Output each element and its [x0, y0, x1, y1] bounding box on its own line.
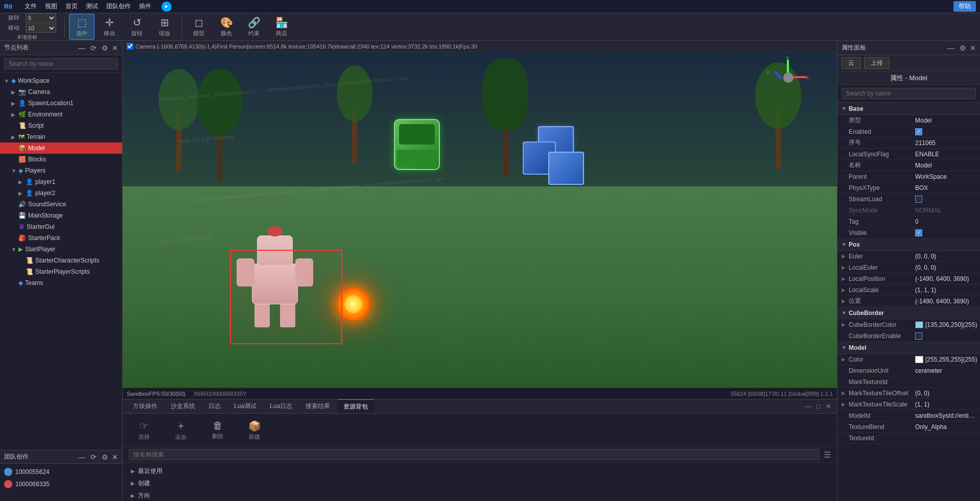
tree-item-camera[interactable]: ▶ 📷 Camera — [0, 86, 122, 98]
tree-item-teams[interactable]: ◆ Teams — [0, 277, 122, 289]
tool-constrain[interactable]: 🔗 约束 — [241, 14, 267, 39]
top-right-help[interactable]: 帮助 — [953, 1, 976, 12]
spawn-expand[interactable]: ▶ — [11, 101, 18, 106]
camera-expand[interactable]: ▶ — [11, 89, 18, 95]
prop-visible-checkbox[interactable] — [915, 229, 922, 236]
tree-item-gui[interactable]: 🖥 StarterGui — [0, 221, 122, 232]
node-panel-minimize[interactable]: — — [77, 44, 87, 52]
team-member-2[interactable]: 1000068335 — [4, 478, 118, 490]
prop-cbc-expand[interactable]: ▶ — [842, 322, 849, 327]
prop-localeuler-expand[interactable]: ▶ — [842, 265, 849, 270]
tree-item-player1[interactable]: ▶ 👤 player1 — [0, 176, 122, 187]
tree-item-script[interactable]: 📜 Script — [0, 120, 122, 131]
tree-item-startplayer[interactable]: ▼ ▶ StartPlayer — [0, 244, 122, 255]
right-panel-minimize[interactable]: — — [946, 44, 956, 52]
tool-model[interactable]: ◻ 模型 — [186, 14, 212, 39]
tool-color[interactable]: 🎨 颜色 — [214, 14, 239, 39]
prop-position-expand[interactable]: ▶ — [842, 298, 849, 304]
rotate-select[interactable]: 5101545 — [26, 13, 56, 22]
tree-item-player2[interactable]: ▶ 👤 player2 — [0, 187, 122, 199]
prop-enabled-checkbox[interactable] — [915, 128, 922, 135]
asset-cat-recent[interactable]: ▶ 最近使用 — [127, 465, 833, 477]
play-button[interactable] — [161, 2, 172, 12]
section-base-header[interactable]: ▼ Base — [837, 103, 980, 115]
upload-button[interactable]: 上传 — [864, 57, 890, 69]
asset-search-input[interactable] — [129, 449, 820, 460]
team-panel-settings[interactable]: ⚙ — [100, 453, 110, 461]
tree-item-terrain[interactable]: ▶ 🗺 Terrain — [0, 131, 122, 142]
prop-mts-expand[interactable]: ▶ — [842, 401, 849, 407]
prop-mto-expand[interactable]: ▶ — [842, 390, 849, 396]
menu-view[interactable]: 视图 — [45, 2, 57, 11]
right-search-input[interactable] — [842, 88, 976, 99]
player1-expand[interactable]: ▶ — [18, 179, 26, 185]
prop-localpos-expand[interactable]: ▶ — [842, 276, 849, 281]
menu-team[interactable]: 团队创作 — [106, 2, 131, 11]
mc-color-swatch[interactable] — [915, 356, 923, 363]
right-panel-close[interactable]: ✕ — [970, 44, 976, 52]
tree-item-spawn[interactable]: ▶ 👤 SpawnLocation1 — [0, 98, 122, 109]
cat-recent-expand[interactable]: ▶ — [131, 468, 138, 474]
tool-select[interactable]: ⬚ 选中 — [69, 14, 95, 40]
menu-file[interactable]: 文件 — [25, 2, 37, 11]
menu-home[interactable]: 首页 — [65, 2, 78, 11]
tab-log[interactable]: 日志 — [202, 399, 227, 413]
tab-lua-log[interactable]: Lua日志 — [264, 399, 298, 413]
team-panel-close[interactable]: ✕ — [112, 453, 118, 461]
section-pos-header[interactable]: ▼ Pos — [837, 238, 980, 251]
bottom-panel-minimize[interactable]: — — [803, 402, 813, 410]
tree-item-char-scripts[interactable]: 📜 StarterCharacterScripts — [0, 255, 122, 266]
asset-tool-new[interactable]: 📦 新建 — [239, 418, 270, 443]
terrain-expand[interactable]: ▶ — [11, 134, 18, 140]
tree-item-pack[interactable]: 🎒 StarterPack — [0, 232, 122, 244]
asset-menu-btn[interactable]: ☰ — [824, 450, 831, 460]
menu-test[interactable]: 测试 — [86, 2, 98, 11]
tool-move[interactable]: ✛ 移动 — [97, 14, 122, 39]
cloud-button[interactable]: 云 — [842, 57, 861, 69]
node-panel-refresh[interactable]: ⟳ — [89, 44, 98, 52]
prop-stream-checkbox[interactable] — [915, 196, 922, 203]
player2-expand[interactable]: ▶ — [18, 190, 26, 196]
tree-item-workspace[interactable]: ▼ ◆ WorkSpace — [0, 75, 122, 86]
cbc-color-swatch[interactable] — [915, 321, 923, 328]
asset-cat-create[interactable]: ▶ 创建 — [127, 477, 833, 489]
tab-sandbox[interactable]: 沙盒系统 — [165, 399, 201, 413]
bottom-panel-close[interactable]: ✕ — [824, 402, 833, 410]
asset-tool-select[interactable]: ☞ 选择 — [129, 418, 159, 443]
tree-item-storage[interactable]: 💾 MainStorage — [0, 210, 122, 221]
menu-plugin[interactable]: 插件 — [139, 2, 151, 11]
tab-asset-pack[interactable]: 资源背包 — [337, 399, 374, 413]
prop-localscale-expand[interactable]: ▶ — [842, 287, 849, 293]
node-panel-settings[interactable]: ⚙ — [100, 44, 110, 52]
bottom-panel-maximize[interactable]: □ — [815, 402, 822, 410]
prop-mc-expand[interactable]: ▶ — [842, 356, 849, 362]
section-cubeborder-header[interactable]: ▼ CubeBorder — [837, 307, 980, 319]
tree-item-blocks[interactable]: 🧱 Blocks — [0, 154, 122, 165]
tool-shop[interactable]: 🏪 商店 — [269, 14, 294, 39]
asset-cat-dir[interactable]: ▶ 方向 — [127, 489, 833, 501]
team-panel-minimize[interactable]: — — [77, 453, 87, 461]
cat-dir-expand[interactable]: ▶ — [131, 493, 138, 498]
asset-tool-delete[interactable]: 🗑 删除 — [202, 418, 233, 442]
tab-block-op[interactable]: 方块操作 — [127, 399, 164, 413]
players-expand[interactable]: ▼ — [11, 168, 18, 174]
asset-tool-add[interactable]: ＋ 添加 — [166, 417, 196, 443]
tab-lua-debug[interactable]: Lua调试 — [228, 399, 263, 413]
workspace-expand[interactable]: ▼ — [4, 78, 11, 84]
team-panel-refresh[interactable]: ⟳ — [89, 453, 98, 461]
tree-item-sound[interactable]: 🔊 SoundService — [0, 199, 122, 210]
tool-scale[interactable]: ⊞ 缩放 — [152, 14, 177, 39]
tool-rotate[interactable]: ↺ 旋转 — [124, 14, 150, 39]
startplayer-expand[interactable]: ▼ — [11, 247, 18, 252]
section-model-header[interactable]: ▼ Model — [837, 342, 980, 354]
tree-item-model[interactable]: 📦 Model — [0, 142, 122, 154]
env-expand[interactable]: ▶ — [11, 112, 18, 117]
right-panel-settings[interactable]: ⚙ — [958, 44, 968, 52]
tab-search-results[interactable]: 搜索结果 — [299, 399, 336, 413]
node-search-input[interactable] — [4, 58, 118, 69]
team-member-1[interactable]: 1000055624 — [4, 466, 118, 478]
tree-item-players[interactable]: ▼ ◆ Players — [0, 165, 122, 176]
viewport[interactable]: F:/Sandbox_MiniGame_Bin/AssetRuntime/../… — [123, 52, 837, 388]
move-select[interactable]: 1052050 — [26, 23, 56, 33]
prop-euler-expand[interactable]: ▶ — [842, 253, 849, 259]
